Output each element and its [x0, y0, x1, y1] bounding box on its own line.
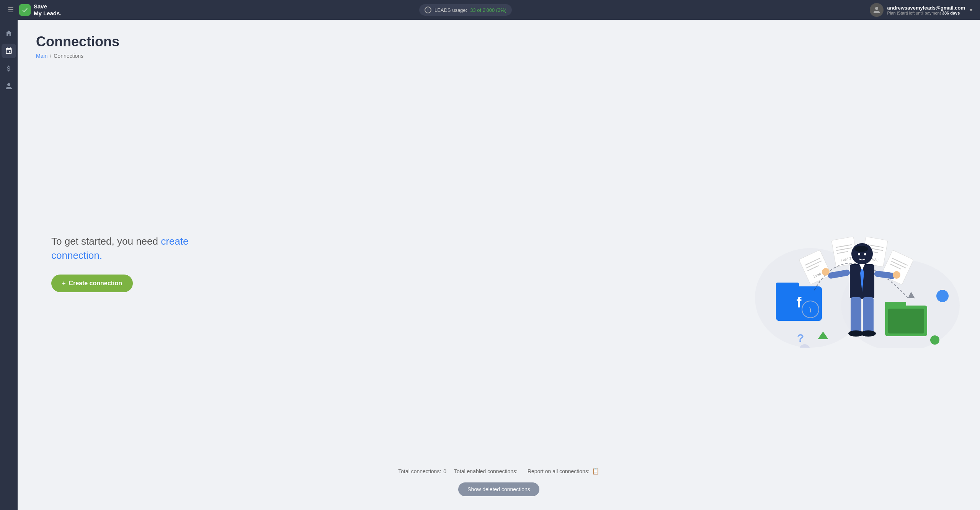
avatar-icon — [873, 6, 880, 14]
breadcrumb-separator: / — [50, 53, 51, 59]
hero-section: To get started, you need create connecti… — [36, 74, 962, 452]
leads-usage-label: LEADS usage: — [434, 7, 467, 13]
user-info[interactable]: andrewsavemyleads@gmail.com Plan |Start|… — [870, 3, 965, 17]
svg-rect-7 — [888, 309, 924, 333]
page-title: Connections — [36, 34, 962, 50]
svg-rect-37 — [851, 297, 861, 333]
svg-text:f: f — [797, 294, 802, 311]
illustration-svg: f Lead 1 — [740, 179, 962, 348]
sidebar-item-home[interactable] — [2, 26, 16, 41]
header-left: ☰ Save My Leads. — [8, 3, 62, 17]
hero-message: To get started, you need create connecti… — [51, 234, 197, 262]
user-details: andrewsavemyleads@gmail.com Plan |Start|… — [887, 5, 965, 15]
hero-text: To get started, you need create connecti… — [36, 234, 197, 292]
svg-rect-38 — [863, 297, 874, 333]
svg-rect-3 — [776, 283, 799, 289]
checkmark-icon — [21, 7, 28, 13]
logo: Save My Leads. — [19, 3, 62, 17]
stats-row: Total connections: 0 Total enabled conne… — [398, 467, 599, 475]
svg-rect-6 — [885, 302, 906, 308]
main-layout: Connections Main / Connections To get st… — [0, 20, 980, 510]
hero-illustration: f Lead 1 — [740, 179, 962, 348]
billing-icon — [5, 65, 13, 72]
total-enabled-label: Total enabled connections: — [454, 468, 518, 474]
leads-usage-count: 33 of 2'000 (2%) — [470, 7, 506, 13]
sidebar-item-connections[interactable] — [2, 44, 16, 58]
svg-text:): ) — [809, 307, 811, 313]
svg-point-42 — [864, 253, 866, 255]
show-deleted-connections-button[interactable]: Show deleted connections — [458, 482, 539, 496]
header: ☰ Save My Leads. i LEADS usage: 33 of 2'… — [0, 0, 980, 20]
svg-point-46 — [930, 335, 939, 345]
menu-icon[interactable]: ☰ — [8, 6, 14, 14]
user-email: andrewsavemyleads@gmail.com — [887, 5, 965, 11]
logo-icon — [19, 4, 31, 16]
breadcrumb-home[interactable]: Main — [36, 53, 47, 59]
svg-point-34 — [822, 268, 830, 276]
leads-usage-badge: i LEADS usage: 33 of 2'000 (2%) — [419, 4, 512, 16]
home-icon — [5, 29, 13, 37]
logo-text: Save My Leads. — [34, 3, 62, 17]
sidebar-item-account[interactable] — [2, 79, 16, 93]
breadcrumb-current: Connections — [54, 53, 83, 59]
chevron-down-icon[interactable]: ▾ — [970, 7, 972, 13]
breadcrumb: Main / Connections — [36, 53, 962, 59]
report-label: Report on all connections: — [528, 468, 590, 474]
main-content: Connections Main / Connections To get st… — [18, 20, 980, 510]
header-right: andrewsavemyleads@gmail.com Plan |Start|… — [870, 3, 972, 17]
header-center: i LEADS usage: 33 of 2'000 (2%) — [419, 4, 512, 16]
user-plan: Plan |Start| left until payment 386 days — [887, 11, 965, 15]
total-connections-label: Total connections: — [398, 468, 441, 474]
account-icon — [5, 82, 13, 90]
svg-point-30 — [854, 246, 868, 252]
svg-point-36 — [893, 271, 900, 279]
total-connections-stat: Total connections: 0 — [398, 468, 446, 474]
connections-icon — [5, 47, 13, 55]
svg-point-41 — [858, 253, 860, 255]
sidebar-item-billing[interactable] — [2, 61, 16, 76]
svg-point-45 — [936, 290, 949, 302]
footer-stats: Total connections: 0 Total enabled conne… — [36, 452, 962, 496]
avatar — [870, 3, 884, 17]
report-icon[interactable]: 📋 — [592, 467, 599, 475]
svg-point-40 — [861, 330, 876, 337]
svg-text:?: ? — [797, 332, 804, 344]
total-connections-value: 0 — [443, 468, 446, 474]
report-stat: Report on all connections: 📋 — [528, 467, 599, 475]
info-icon: i — [425, 7, 431, 13]
total-enabled-stat: Total enabled connections: — [454, 468, 520, 474]
sidebar — [0, 20, 18, 510]
create-connection-button[interactable]: + Create connection — [51, 275, 133, 292]
